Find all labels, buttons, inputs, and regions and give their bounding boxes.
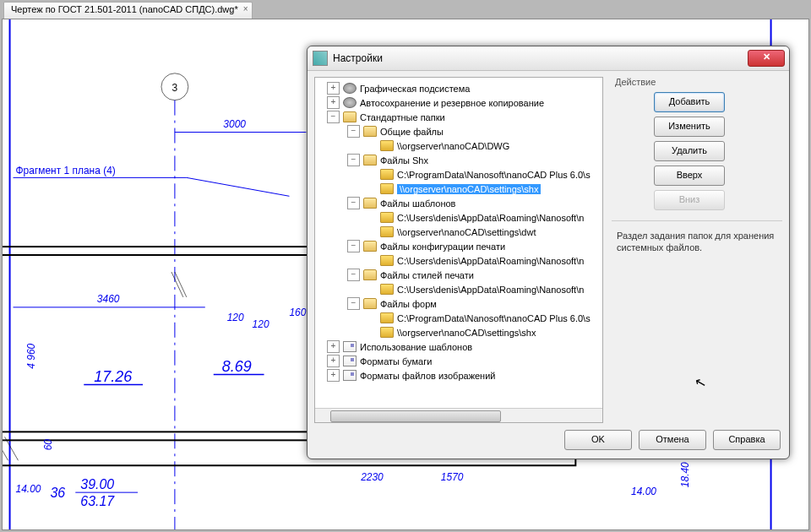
folder-open-icon <box>363 269 377 280</box>
folder-icon <box>380 255 394 266</box>
scrollbar-thumb[interactable] <box>330 410 501 422</box>
expand-icon[interactable]: + <box>327 96 340 109</box>
gear-icon <box>343 97 357 108</box>
tree-scrollbar-horizontal[interactable] <box>315 408 602 422</box>
folder-icon <box>380 212 394 223</box>
svg-line-30 <box>171 272 183 297</box>
folder-icon <box>380 226 394 237</box>
svg-text:14.00: 14.00 <box>631 486 656 497</box>
folder-open-icon <box>343 111 357 122</box>
svg-rect-9 <box>3 247 340 440</box>
panel-description: Раздел задания папок для хранения систем… <box>612 230 782 253</box>
svg-line-6 <box>187 177 290 196</box>
svg-text:4 960: 4 960 <box>25 343 37 368</box>
svg-text:36: 36 <box>50 486 65 500</box>
collapse-icon[interactable]: − <box>347 269 360 281</box>
up-button[interactable]: Вверх <box>654 166 725 186</box>
svg-text:60: 60 <box>42 439 54 451</box>
settings-tree[interactable]: +Графическая подсистема +Автосохранение … <box>315 78 602 386</box>
collapse-icon[interactable]: − <box>347 154 360 166</box>
settings-tree-panel: +Графическая подсистема +Автосохранение … <box>314 77 603 423</box>
add-button[interactable]: Добавить <box>654 92 725 112</box>
tree-node[interactable]: Файлы конфигурации печати <box>380 242 505 252</box>
ok-button[interactable]: OK <box>564 430 632 450</box>
tree-leaf-selected[interactable]: \\orgserver\nanoCAD\settings\shx <box>397 184 541 194</box>
document-tab-label: Чертеж по ГОСТ 21.501-2011 (nanoCAD СПДС… <box>11 4 238 14</box>
page-icon <box>343 356 357 366</box>
document-tab[interactable]: Чертеж по ГОСТ 21.501-2011 (nanoCAD СПДС… <box>3 2 253 19</box>
divider <box>612 220 782 221</box>
folder-icon <box>380 284 394 295</box>
svg-text:120: 120 <box>227 312 244 323</box>
tree-node[interactable]: Файлы стилей печати <box>380 270 474 280</box>
expand-icon[interactable]: + <box>327 340 340 353</box>
tree-node[interactable]: Файлы шаблонов <box>380 198 455 209</box>
app-root: Чертеж по ГОСТ 21.501-2011 (nanoCAD СПДС… <box>0 0 811 532</box>
svg-text:1570: 1570 <box>441 471 464 483</box>
dialog-app-icon <box>313 51 328 66</box>
close-tab-icon[interactable]: × <box>243 4 248 14</box>
svg-text:14.00: 14.00 <box>16 483 41 495</box>
folder-icon <box>380 327 394 338</box>
dialog-body: +Графическая подсистема +Автосохранение … <box>314 77 782 423</box>
folder-open-icon <box>363 241 377 252</box>
svg-text:2230: 2230 <box>360 471 384 483</box>
edit-button[interactable]: Изменить <box>654 117 725 137</box>
tree-leaf[interactable]: \\orgserver\nanoCAD\settings\dwt <box>397 227 536 237</box>
svg-text:3000: 3000 <box>223 118 246 130</box>
tree-leaf[interactable]: C:\ProgramData\Nanosoft\nanoCAD Plus 6.0… <box>397 313 591 323</box>
folder-open-icon <box>363 198 377 209</box>
folder-icon <box>380 140 394 151</box>
page-icon <box>343 341 357 352</box>
svg-text:63.17: 63.17 <box>80 494 115 508</box>
collapse-icon[interactable]: − <box>327 111 340 123</box>
down-button[interactable]: Вниз <box>654 190 725 210</box>
expand-icon[interactable]: + <box>327 369 340 382</box>
svg-text:Фрагмент 1 плана (4): Фрагмент 1 плана (4) <box>16 165 116 176</box>
tree-node[interactable]: Графическая подсистема <box>360 84 470 94</box>
svg-line-31 <box>175 272 187 297</box>
tree-node[interactable]: Общие файлы <box>380 127 444 137</box>
folder-open-icon <box>363 126 377 137</box>
collapse-icon[interactable]: − <box>347 240 360 252</box>
svg-text:3460: 3460 <box>97 293 120 305</box>
tree-leaf[interactable]: C:\Users\denis\AppData\Roaming\Nanosoft\… <box>397 256 584 266</box>
tree-leaf[interactable]: C:\Users\denis\AppData\Roaming\Nanosoft\… <box>397 213 584 223</box>
tree-leaf[interactable]: \\orgserver\nanoCAD\settings\shx <box>397 328 536 338</box>
tree-node[interactable]: Форматы бумаги <box>360 356 432 366</box>
expand-icon[interactable]: + <box>327 355 340 367</box>
dialog-title-text: Настройки <box>333 52 383 64</box>
action-group-label: Действие <box>615 77 782 87</box>
tree-leaf[interactable]: C:\Users\denis\AppData\Roaming\Nanosoft\… <box>397 285 584 295</box>
collapse-icon[interactable]: − <box>347 297 360 310</box>
svg-text:3: 3 <box>172 82 178 94</box>
svg-text:39.00: 39.00 <box>80 477 114 491</box>
svg-text:17.26: 17.26 <box>94 368 132 385</box>
tree-leaf[interactable]: C:\ProgramData\Nanosoft\nanoCAD Plus 6.0… <box>397 170 591 180</box>
tree-node[interactable]: Файлы Shx <box>380 155 428 166</box>
folder-icon <box>380 169 394 180</box>
tree-node[interactable]: Файлы форм <box>380 299 437 309</box>
collapse-icon[interactable]: − <box>347 197 360 209</box>
page-icon <box>343 370 357 381</box>
dialog-close-button[interactable]: ✕ <box>748 50 785 67</box>
tree-node[interactable]: Стандартные папки <box>360 112 445 122</box>
tree-node[interactable]: Форматы файлов изображений <box>360 371 495 381</box>
tree-node[interactable]: Использование шаблонов <box>360 342 472 352</box>
folder-open-icon <box>363 298 377 309</box>
gear-icon <box>343 83 357 94</box>
tree-node[interactable]: Автосохранение и резервное копирование <box>360 98 544 108</box>
dialog-titlebar[interactable]: Настройки ✕ <box>308 46 789 71</box>
delete-button[interactable]: Удалить <box>654 141 725 161</box>
collapse-icon[interactable]: − <box>347 125 360 138</box>
dialog-footer-buttons: OK Отмена Справка <box>564 430 781 450</box>
folder-icon <box>380 312 394 323</box>
svg-text:8.69: 8.69 <box>222 358 252 375</box>
svg-text:160: 160 <box>289 307 306 318</box>
tree-leaf[interactable]: \\orgserver\nanoCAD\DWG <box>397 141 509 151</box>
help-button[interactable]: Справка <box>713 430 781 450</box>
cancel-button[interactable]: Отмена <box>639 430 706 450</box>
folder-icon <box>380 183 394 194</box>
svg-text:120: 120 <box>253 318 269 330</box>
expand-icon[interactable]: + <box>327 82 340 95</box>
